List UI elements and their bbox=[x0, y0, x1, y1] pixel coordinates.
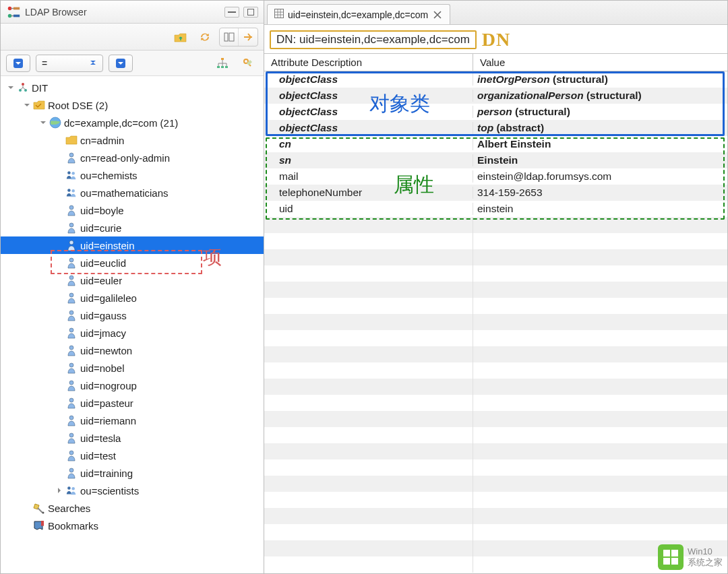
attribute-row[interactable]: objectClassinetOrgPerson (structural) bbox=[264, 71, 727, 88]
tree-item[interactable]: uid=pasteur bbox=[1, 394, 264, 412]
view-mode-1-button[interactable] bbox=[220, 28, 239, 46]
svg-point-21 bbox=[67, 189, 71, 192]
disclosure-triangle-icon[interactable] bbox=[22, 102, 32, 108]
svg-rect-7 bbox=[229, 33, 234, 41]
ldap-tree[interactable]: DITRoot DSE (2)dc=example,dc=com (21)cn=… bbox=[1, 76, 264, 573]
attribute-name: uid bbox=[264, 203, 473, 215]
tree-item[interactable]: uid=euclid bbox=[1, 254, 264, 272]
person-icon bbox=[65, 309, 78, 321]
attribute-row[interactable]: telephoneNumber314-159-2653 bbox=[264, 185, 727, 201]
up-level-button[interactable] bbox=[171, 28, 191, 46]
tree-item[interactable]: ou=chemists bbox=[1, 166, 264, 184]
tree-item[interactable]: uid=boyle bbox=[1, 201, 264, 219]
empty-row bbox=[264, 362, 727, 379]
header-value[interactable]: Value bbox=[473, 54, 727, 71]
watermark: Win10 系统之家 bbox=[658, 544, 723, 570]
tree-item-label: uid=jmacy bbox=[80, 327, 126, 339]
tree-item[interactable]: uid=euler bbox=[1, 272, 264, 289]
person-icon bbox=[65, 344, 78, 356]
group-icon bbox=[65, 187, 78, 199]
filter-value-dropdown[interactable] bbox=[109, 55, 133, 72]
tree-item[interactable]: cn=admin bbox=[1, 131, 264, 149]
filter-attribute-dropdown[interactable] bbox=[6, 55, 30, 72]
svg-rect-44 bbox=[671, 550, 678, 556]
empty-row bbox=[264, 314, 727, 330]
filter-config-button[interactable] bbox=[238, 54, 258, 73]
tree-item-searches[interactable]: Searches bbox=[1, 499, 264, 517]
tree-item-label: uid=boyle bbox=[80, 205, 124, 216]
ldap-browser-icon bbox=[6, 5, 21, 20]
svg-point-29 bbox=[69, 311, 73, 315]
tree-item[interactable]: uid=newton bbox=[1, 342, 264, 359]
attribute-row[interactable]: snEinstein bbox=[264, 152, 727, 168]
editor-tab-bar: uid=einstein,dc=example,dc=com bbox=[264, 1, 727, 25]
disclosure-triangle-icon[interactable] bbox=[38, 119, 48, 126]
tree-item[interactable]: uid=test bbox=[1, 447, 264, 464]
svg-point-31 bbox=[69, 346, 73, 350]
person-icon bbox=[65, 204, 78, 216]
tree-item[interactable]: uid=jmacy bbox=[1, 324, 264, 342]
close-tab-button[interactable] bbox=[432, 9, 443, 20]
attribute-row[interactable]: objectClasstop (abstract) bbox=[264, 120, 727, 136]
tree-item[interactable]: uid=galileleo bbox=[1, 289, 264, 307]
tree-item[interactable]: uid=training bbox=[1, 464, 264, 482]
tree-item[interactable]: cn=read-only-admin bbox=[1, 149, 264, 166]
filter-operator-dropdown[interactable]: = bbox=[36, 55, 103, 72]
svg-rect-3 bbox=[13, 14, 20, 17]
svg-rect-6 bbox=[224, 33, 228, 41]
attribute-row[interactable]: maileinstein@ldap.forumsys.com bbox=[264, 168, 727, 185]
tree-item[interactable]: ou=mathematicians bbox=[1, 184, 264, 201]
tree-item-bookmarks[interactable]: Bookmarks bbox=[1, 517, 264, 534]
empty-row bbox=[264, 492, 727, 508]
empty-row bbox=[264, 395, 727, 411]
empty-row bbox=[264, 459, 727, 476]
attribute-name: mail bbox=[264, 170, 473, 183]
attribute-row[interactable]: objectClassperson (structural) bbox=[264, 104, 727, 120]
entry-tab[interactable]: uid=einstein,dc=example,dc=com bbox=[267, 4, 450, 24]
svg-rect-5 bbox=[248, 9, 254, 15]
tree-item[interactable]: ou=scientists bbox=[1, 482, 264, 499]
attribute-value: top (abstract) bbox=[473, 122, 727, 134]
bookmarks-icon bbox=[33, 519, 45, 532]
tree-item[interactable]: uid=nobel bbox=[1, 359, 264, 377]
tree-item[interactable]: uid=tesla bbox=[1, 429, 264, 447]
disclosure-triangle-icon[interactable] bbox=[55, 487, 64, 494]
group-icon bbox=[65, 169, 78, 181]
tree-item-label: ou=scientists bbox=[80, 485, 139, 497]
minimize-panel-button[interactable] bbox=[224, 7, 239, 18]
attribute-name: cn bbox=[264, 138, 473, 150]
svg-point-40 bbox=[71, 487, 75, 490]
person-icon bbox=[65, 432, 78, 444]
svg-point-24 bbox=[69, 223, 73, 227]
dn-prefix: DN: bbox=[276, 33, 299, 46]
filter-tree-button[interactable] bbox=[212, 54, 233, 73]
tree-item[interactable]: uid=gauss bbox=[1, 307, 264, 324]
view-mode-2-button[interactable] bbox=[239, 28, 257, 46]
tree-item[interactable]: uid=nogroup bbox=[1, 377, 264, 394]
empty-row bbox=[264, 298, 727, 314]
tree-item-dit[interactable]: DIT bbox=[1, 79, 264, 96]
tree-item[interactable]: uid=einstein bbox=[1, 236, 264, 254]
tree-item[interactable]: Root DSE (2) bbox=[1, 96, 264, 114]
header-attribute[interactable]: Attribute Description bbox=[264, 54, 473, 71]
person-icon bbox=[65, 449, 78, 461]
annotation-dn-label: DN bbox=[482, 29, 510, 51]
attribute-table-body[interactable]: objectClassinetOrgPerson (structural)obj… bbox=[264, 71, 727, 573]
maximize-panel-button[interactable] bbox=[243, 7, 258, 18]
attribute-row[interactable]: objectClassorganizationalPerson (structu… bbox=[264, 88, 727, 104]
dn-field[interactable]: DN: uid=einstein,dc=example,dc=com bbox=[270, 30, 477, 49]
svg-point-13 bbox=[22, 83, 24, 86]
tree-item[interactable]: uid=curie bbox=[1, 219, 264, 236]
attribute-row[interactable]: uideinstein bbox=[264, 201, 727, 217]
empty-row bbox=[264, 249, 727, 265]
tree-item-label: Root DSE (2) bbox=[48, 100, 108, 111]
tree-item[interactable]: uid=riemann bbox=[1, 412, 264, 429]
tree-item[interactable]: dc=example,dc=com (21) bbox=[1, 114, 264, 131]
folder-small-icon bbox=[65, 134, 78, 146]
globe-icon bbox=[49, 117, 61, 129]
refresh-button[interactable] bbox=[195, 28, 215, 46]
disclosure-triangle-icon[interactable] bbox=[6, 84, 16, 91]
panel-toolbar bbox=[1, 24, 264, 51]
empty-row bbox=[264, 508, 727, 524]
attribute-row[interactable]: cnAlbert Einstein bbox=[264, 136, 727, 152]
